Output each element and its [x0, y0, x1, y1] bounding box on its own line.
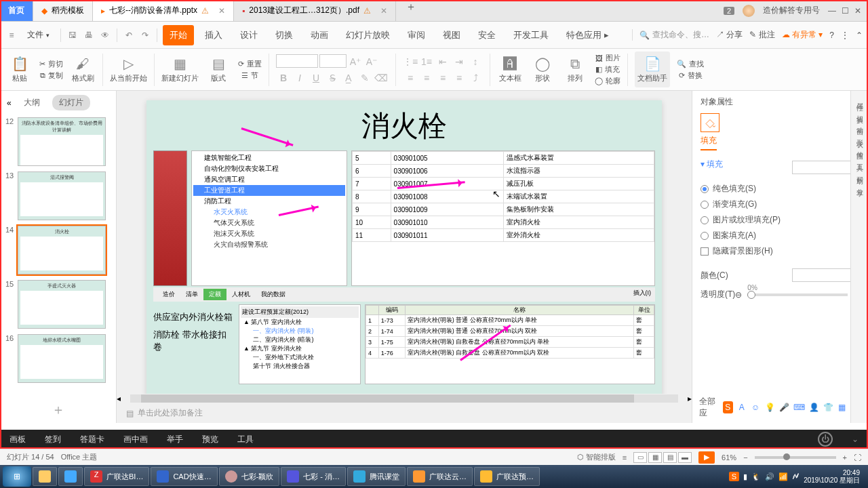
add-slide-button[interactable]: ＋	[0, 396, 116, 423]
minimize-icon[interactable]: —	[828, 6, 836, 16]
shrink-font-icon[interactable]: A⁻	[364, 54, 379, 69]
bb-board[interactable]: 画板	[9, 434, 26, 445]
menu-tab-insert[interactable]: 插入	[198, 25, 229, 45]
menu-tab-special[interactable]: 特色应用 ▸	[559, 25, 616, 45]
prop-tab-fill[interactable]: 填充	[701, 135, 717, 150]
save-icon[interactable]: 🖫	[66, 30, 79, 40]
menu-tab-security[interactable]: 安全	[471, 25, 502, 45]
person-icon[interactable]: 👤	[809, 401, 819, 413]
rail-animation[interactable]: 动画	[855, 122, 865, 125]
view-normal-icon[interactable]: ▭	[633, 452, 647, 463]
task-item[interactable]: Z广联达BI…	[84, 467, 149, 486]
file-menu[interactable]: 文件▾	[22, 26, 55, 43]
from-beginning-button[interactable]: ▷从当前开始	[110, 56, 147, 83]
tray-flag-icon[interactable]: ▮	[743, 472, 747, 481]
new-tab-button[interactable]: ＋	[396, 0, 426, 21]
radio-gradient-fill[interactable]: 渐变填充(G)	[701, 197, 860, 212]
cut-button[interactable]: ✂ 剪切	[39, 59, 63, 69]
rail-share[interactable]: 分享	[855, 183, 865, 186]
fill-swatch[interactable]	[792, 161, 860, 174]
rail-tools[interactable]: 工具	[855, 159, 865, 161]
task-item[interactable]: 七彩 - 消…	[281, 467, 346, 486]
view-reading-icon[interactable]: ▤	[663, 452, 677, 463]
italic-icon[interactable]: I	[292, 70, 307, 85]
notification-badge[interactable]: 2	[724, 7, 734, 15]
task-item[interactable]: 广联达预…	[474, 467, 540, 486]
collapse-ribbon-icon[interactable]: ⌃	[856, 30, 863, 40]
close-window-icon[interactable]: ✕	[854, 6, 861, 16]
task-item[interactable]: 七彩-颖欣	[219, 467, 280, 486]
print-icon[interactable]: 🖶	[83, 30, 95, 40]
start-button[interactable]: ⊞	[3, 466, 31, 487]
collapse-pane-icon[interactable]: «	[7, 98, 12, 108]
bb-pip[interactable]: 画中画	[123, 434, 148, 445]
tab-template[interactable]: ◆稻壳模板	[33, 0, 93, 21]
slide-thumb-15[interactable]: 手提式灭火器	[18, 280, 106, 329]
align-left-icon[interactable]: ≡	[403, 70, 418, 85]
color-select[interactable]	[792, 268, 860, 282]
grid-icon[interactable]: ▦	[837, 401, 848, 413]
emoji-icon[interactable]: ☺	[751, 401, 761, 413]
font-size-select[interactable]	[319, 54, 347, 68]
system-tray[interactable]: S ▮ 🐧 🔊 📶 🗲 20:492019\10\20 星期日	[724, 469, 865, 484]
more-icon[interactable]: ⋮	[841, 30, 849, 40]
align-center-icon[interactable]: ≡	[419, 70, 434, 85]
clock[interactable]: 20:492019\10\20 星期日	[804, 469, 860, 484]
line-spacing-icon[interactable]: ↕	[468, 54, 483, 69]
fill-button[interactable]: ◧ 填充	[595, 64, 620, 75]
task-explorer[interactable]	[33, 467, 57, 486]
text-direction-icon[interactable]: ⤴	[468, 70, 483, 85]
slide-thumb-16[interactable]: 地排水喷式水嘴图	[18, 334, 106, 383]
menu-tab-design[interactable]: 设计	[233, 25, 264, 45]
zoom-out-icon[interactable]: −	[743, 453, 747, 462]
task-item[interactable]: CAD快速…	[151, 467, 217, 486]
smart-layout[interactable]: ⬡ 智能排版	[577, 452, 616, 462]
doc-helper-button[interactable]: 📄文档助手	[635, 52, 670, 87]
reset-button[interactable]: ⟳ 重置	[238, 59, 262, 69]
radio-pattern-fill[interactable]: 图案填充(A)	[701, 228, 860, 243]
tray-qq-icon[interactable]: 🐧	[751, 472, 761, 481]
help-icon[interactable]: ?	[829, 30, 834, 40]
canvas-hscroll[interactable]: ◂▸	[117, 394, 692, 403]
textbox-button[interactable]: 🅰文本框	[497, 56, 523, 83]
menu-tab-dev[interactable]: 开发工具	[507, 25, 555, 45]
sogou-icon[interactable]: S	[723, 401, 733, 413]
zoom-slider[interactable]	[755, 456, 836, 459]
justify-icon[interactable]: ≡	[452, 70, 467, 85]
opacity-slider[interactable]: 0%	[747, 293, 848, 296]
share-button[interactable]: ↗ 分享	[716, 29, 743, 41]
menu-tab-transition[interactable]: 切换	[269, 25, 300, 45]
slide-thumb-14[interactable]: 消火栓	[18, 226, 106, 274]
align-right-icon[interactable]: ≡	[435, 70, 450, 85]
tray-sound-icon[interactable]: 🔊	[765, 472, 774, 481]
redo-icon[interactable]: ↷	[139, 30, 151, 40]
abnormal-button[interactable]: ☁ 有异常 ▾	[782, 29, 823, 41]
maximize-icon[interactable]: ☐	[842, 6, 849, 16]
slide-title[interactable]: 消火栓	[153, 107, 655, 145]
notes-toggle-icon[interactable]: ≡	[623, 453, 627, 462]
paste-button[interactable]: 📋粘贴	[7, 56, 33, 83]
tab-file-pptx[interactable]: ▸七彩--消防设备清单.pptx⚠✕	[93, 0, 234, 21]
view-sorter-icon[interactable]: ▦	[648, 452, 662, 463]
numbering-icon[interactable]: 1≡	[419, 54, 434, 69]
replace-button[interactable]: ⟳ 替换	[677, 70, 704, 81]
slide-thumb-12[interactable]: 消防水系统设备清单组价、市场价费用计算讲解	[18, 117, 106, 166]
task-item[interactable]: 腾讯课堂	[347, 467, 406, 486]
view-notes-icon[interactable]: ▬	[678, 452, 692, 463]
rail-shape[interactable]: 形状	[855, 134, 865, 137]
rail-properties[interactable]: 属性	[855, 98, 865, 100]
outline-button[interactable]: ◯ 轮廓	[595, 76, 620, 86]
tray-network-icon[interactable]: 📶	[778, 472, 788, 481]
bb-signin[interactable]: 签到	[45, 434, 61, 445]
rail-image[interactable]: 传图	[855, 146, 865, 149]
menu-tab-start[interactable]: 开始	[163, 25, 194, 45]
underline-icon[interactable]: U	[309, 70, 323, 85]
zoom-in-icon[interactable]: +	[843, 453, 847, 462]
check-hide-bg[interactable]: 隐藏背景图形(H)	[701, 243, 860, 259]
tray-ime-icon[interactable]: S	[729, 472, 739, 481]
bb-raise[interactable]: 举手	[167, 434, 183, 445]
section-button[interactable]: ☰ 节	[238, 70, 262, 81]
find-button[interactable]: 🔍 查找	[677, 59, 704, 69]
indent-right-icon[interactable]: ⇥	[452, 54, 467, 69]
tab-file-pdf[interactable]: ▪2013建设工程工…312页）.pdf⚠✕	[234, 0, 396, 21]
